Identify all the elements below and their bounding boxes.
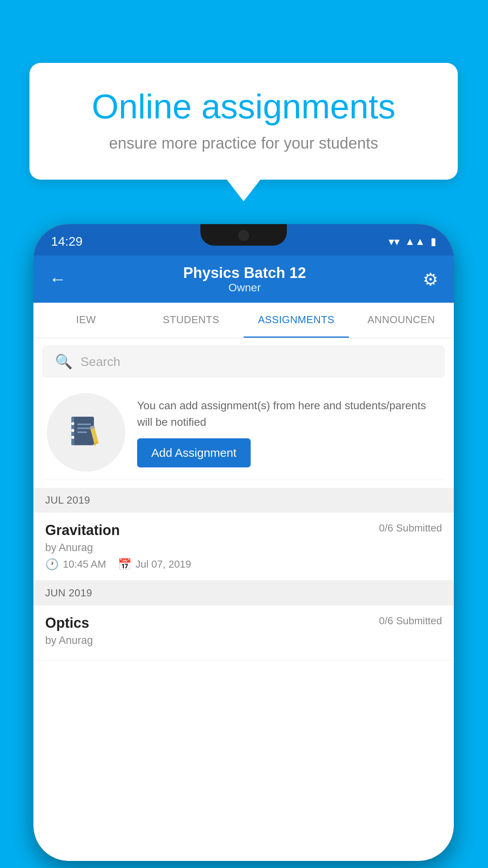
app-bar-title: Physics Batch 12 xyxy=(66,265,423,281)
search-placeholder: Search xyxy=(81,355,120,369)
clock-icon: 🕐 xyxy=(45,558,59,571)
assignment-time: 10:45 AM xyxy=(63,558,106,570)
app-bar-subtitle: Owner xyxy=(66,281,423,294)
svg-rect-4 xyxy=(77,432,87,433)
svg-rect-2 xyxy=(77,424,91,425)
assignment-item-gravitation[interactable]: Gravitation 0/6 Submitted by Anurag 🕐 10… xyxy=(33,513,454,581)
speech-bubble: Online assignments ensure more practice … xyxy=(29,63,458,180)
wifi-icon: ▾▾ xyxy=(389,235,400,248)
settings-icon[interactable]: ⚙ xyxy=(423,269,438,289)
assignment-promo-right: You can add assignment(s) from here and … xyxy=(137,397,440,467)
speech-bubble-subtitle: ensure more practice for your students xyxy=(61,134,426,152)
meta-date: 📅 Jul 07, 2019 xyxy=(118,558,191,571)
signal-icon: ▲▲ xyxy=(405,235,425,248)
assignment-item-optics[interactable]: Optics 0/6 Submitted by Anurag xyxy=(33,605,454,660)
assignment-name-optics: Optics xyxy=(45,615,89,631)
assignment-submitted: 0/6 Submitted xyxy=(379,522,442,534)
app-bar-title-area: Physics Batch 12 Owner xyxy=(66,265,423,294)
svg-rect-0 xyxy=(72,417,94,445)
phone-notch xyxy=(200,224,287,246)
assignment-author: by Anurag xyxy=(45,542,442,554)
speech-bubble-container: Online assignments ensure more practice … xyxy=(29,63,458,180)
assignment-submitted-optics: 0/6 Submitted xyxy=(379,615,442,627)
search-icon: 🔍 xyxy=(55,353,73,370)
tab-assignments[interactable]: ASSIGNMENTS xyxy=(244,303,349,338)
camera xyxy=(238,230,249,241)
tab-announcements[interactable]: ANNOUNCEN xyxy=(349,303,454,338)
tab-students[interactable]: STUDENTS xyxy=(139,303,244,338)
notebook-icon xyxy=(66,413,106,452)
svg-point-5 xyxy=(72,422,75,425)
assignment-date: Jul 07, 2019 xyxy=(136,558,191,570)
assignment-top-row-optics: Optics 0/6 Submitted xyxy=(45,615,442,631)
tab-bar: IEW STUDENTS ASSIGNMENTS ANNOUNCEN xyxy=(33,303,454,338)
assignment-top-row: Gravitation 0/6 Submitted xyxy=(45,522,442,539)
battery-icon: ▮ xyxy=(431,235,436,248)
assignment-author-optics: by Anurag xyxy=(45,634,442,647)
phone-frame: 14:29 ▾▾ ▲▲ ▮ ← Physics Batch 12 Owner ⚙… xyxy=(33,224,454,861)
assignment-meta: 🕐 10:45 AM 📅 Jul 07, 2019 xyxy=(45,558,442,571)
assignment-promo-text: You can add assignment(s) from here and … xyxy=(137,397,440,430)
assignment-name: Gravitation xyxy=(45,522,120,539)
section-header-jun: JUN 2019 xyxy=(33,581,454,605)
add-assignment-button[interactable]: Add Assignment xyxy=(137,438,251,467)
main-content: 🔍 Search xyxy=(33,338,454,861)
status-icons: ▾▾ ▲▲ ▮ xyxy=(389,235,436,248)
search-bar[interactable]: 🔍 Search xyxy=(43,346,444,377)
svg-point-7 xyxy=(72,436,75,439)
calendar-icon: 📅 xyxy=(118,558,132,571)
speech-bubble-title: Online assignments xyxy=(61,86,426,127)
back-button[interactable]: ← xyxy=(49,269,66,289)
status-time: 14:29 xyxy=(51,234,83,249)
meta-time: 🕐 10:45 AM xyxy=(45,558,106,571)
svg-point-6 xyxy=(72,429,75,432)
app-bar: ← Physics Batch 12 Owner ⚙ xyxy=(33,256,454,303)
tab-iew[interactable]: IEW xyxy=(33,303,139,338)
assignment-icon-circle xyxy=(47,393,125,472)
add-assignment-section: You can add assignment(s) from here and … xyxy=(43,385,444,480)
phone-screen: 14:29 ▾▾ ▲▲ ▮ ← Physics Batch 12 Owner ⚙… xyxy=(33,224,454,861)
svg-rect-3 xyxy=(77,428,91,429)
section-header-jul: JUL 2019 xyxy=(33,488,454,513)
